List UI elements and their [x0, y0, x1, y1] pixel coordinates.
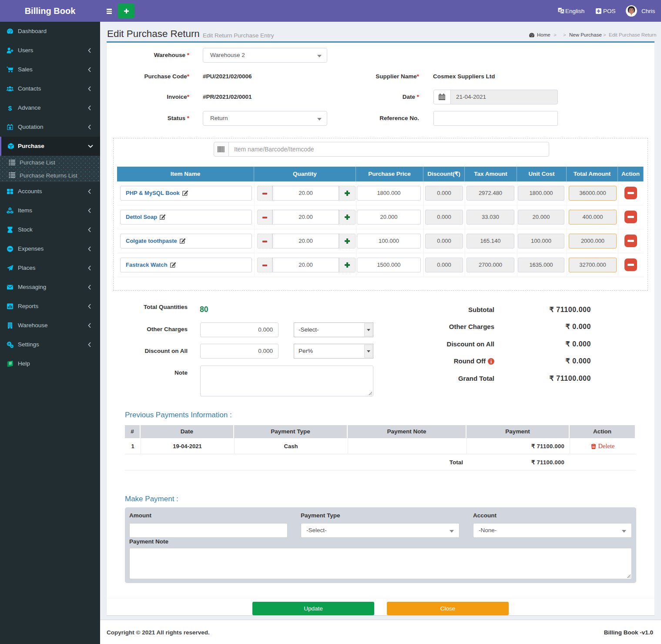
- svg-text:$: $: [8, 104, 12, 111]
- svg-text:A: A: [561, 9, 564, 13]
